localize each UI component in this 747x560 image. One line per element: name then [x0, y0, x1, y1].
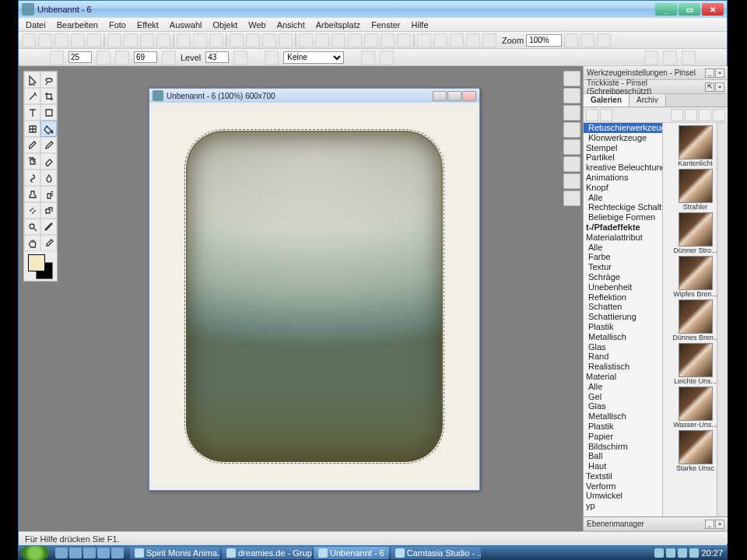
doc-close-button[interactable] [462, 91, 476, 101]
toolbar-btn-1[interactable] [38, 33, 52, 47]
preset-thumb[interactable]: Wasser-Uns... [673, 387, 718, 429]
tool-clone[interactable] [24, 153, 40, 170]
tree-item[interactable]: Plastik [584, 422, 662, 432]
tree-item[interactable]: Alle [584, 382, 662, 392]
canvas[interactable] [154, 107, 475, 485]
stepper3-icon[interactable] [233, 51, 247, 65]
toolbar-btn-4[interactable] [87, 33, 101, 47]
ptb-home-icon[interactable] [586, 109, 598, 121]
panel2-close-button[interactable]: × [715, 82, 724, 92]
tree-item[interactable]: Umwickel [584, 491, 662, 501]
toolbar-btn-12[interactable] [230, 33, 244, 47]
tree-item[interactable]: Textstil [584, 471, 662, 481]
toolbar-zoom-btn-0[interactable] [564, 33, 578, 47]
tree-item[interactable]: Schatten [584, 302, 662, 312]
ptb-menu-icon[interactable] [713, 109, 725, 121]
tree-item[interactable]: Metallisch [584, 411, 662, 422]
ptb-up-icon[interactable] [600, 109, 612, 121]
side-btn-2[interactable] [563, 88, 580, 103]
tree-item[interactable]: Ball [584, 451, 662, 461]
tree-item[interactable]: Materialattribut [584, 233, 662, 243]
tree-item[interactable]: Klonwerkzeuge [584, 133, 662, 143]
side-btn-5[interactable] [563, 139, 580, 155]
layer-min-button[interactable]: _ [705, 520, 714, 529]
task-button[interactable]: Camtasia Studio - ... [391, 547, 481, 559]
preset-thumb[interactable]: Dünner Stro... [673, 212, 718, 254]
tool-bucket[interactable] [40, 121, 57, 137]
tree-item[interactable]: Retuschierwerkzeuge [584, 123, 662, 133]
panel2-pin-button[interactable]: ⇱ [705, 82, 714, 92]
tool-text[interactable] [24, 104, 40, 121]
tree-item[interactable]: Realistisch [584, 362, 662, 372]
toolbar-zoom-btn-2[interactable] [597, 33, 611, 47]
tree-item[interactable]: Glas [584, 342, 662, 352]
tool-erase[interactable] [40, 153, 57, 170]
maximize-button[interactable]: ▭ [679, 3, 700, 16]
preset-thumb[interactable]: Wipfes Bren... [673, 256, 718, 298]
preset-thumb[interactable]: Strahler [673, 169, 718, 211]
tab-galerien[interactable]: Galerien [584, 94, 630, 107]
zoom-input[interactable] [526, 34, 562, 47]
menu-datei[interactable]: Datei [20, 19, 51, 31]
tree-item[interactable]: Papier [584, 432, 662, 442]
tree-item[interactable]: Beliebige Formen [584, 212, 662, 222]
brush-preview-icon[interactable] [265, 51, 279, 65]
toolbar-btn-3[interactable] [71, 33, 85, 47]
toolbar-btn-17[interactable] [315, 33, 329, 47]
ql-icon-3[interactable] [83, 548, 96, 558]
tree-item[interactable]: Alle [584, 243, 662, 253]
task-button[interactable]: dreamies.de - Grup... [222, 547, 312, 559]
toolbar-btn-27[interactable] [482, 33, 496, 47]
tool-pencil[interactable] [40, 137, 57, 153]
menu-foto[interactable]: Foto [103, 19, 132, 31]
tree-item[interactable]: Glas [584, 401, 662, 411]
stepper-icon[interactable] [96, 51, 110, 65]
side-btn-4[interactable] [563, 122, 580, 138]
tree-item[interactable]: Schräge [584, 272, 662, 282]
opt-r3-icon[interactable] [682, 51, 696, 65]
tool-wand[interactable] [24, 88, 40, 104]
tool-lasso[interactable] [40, 72, 57, 88]
opt-r1-icon[interactable] [644, 51, 658, 65]
link-icon[interactable] [115, 51, 129, 65]
menu-objekt[interactable]: Objekt [207, 19, 243, 31]
tree-item[interactable]: Animations [584, 173, 662, 183]
tree-item[interactable]: Alle [584, 193, 662, 203]
tray-icon-1[interactable] [654, 548, 664, 558]
toolbar-btn-0[interactable] [22, 33, 36, 47]
tab-archiv[interactable]: Archiv [630, 94, 666, 107]
tray-icon-3[interactable] [678, 548, 687, 558]
preset-thumb[interactable]: Kantenlicht [673, 125, 718, 167]
tree-item[interactable]: Unebenheit [584, 282, 662, 292]
preset-select[interactable]: Keine [283, 51, 344, 64]
panel-min-button[interactable]: _ [705, 68, 714, 78]
tree-item[interactable]: Haut [584, 461, 662, 471]
foreground-color[interactable] [28, 254, 45, 271]
close-button[interactable]: ✕ [702, 3, 724, 16]
toolbar-btn-13[interactable] [246, 33, 260, 47]
toolbar-btn-11[interactable] [209, 33, 223, 47]
side-btn-6[interactable] [563, 156, 580, 172]
opt-r2-icon[interactable] [663, 51, 677, 65]
opt-a-icon[interactable] [361, 51, 375, 65]
ptb-search-icon[interactable] [699, 109, 711, 121]
size-input[interactable] [68, 51, 92, 63]
clock[interactable]: 20:27 [701, 548, 723, 558]
toolbar-btn-7[interactable] [140, 33, 154, 47]
ql-icon-2[interactable] [69, 548, 82, 558]
tool-zoom[interactable] [24, 219, 40, 235]
tool-eyedrop[interactable] [40, 235, 57, 251]
tool-brush[interactable] [24, 137, 40, 153]
level-input[interactable] [205, 51, 229, 63]
tool-measure[interactable] [40, 219, 57, 235]
toolbar-btn-14[interactable] [262, 33, 276, 47]
toolbar-zoom-btn-1[interactable] [580, 33, 594, 47]
tree-item[interactable]: Textur [584, 262, 662, 272]
tree-item[interactable]: yp [584, 501, 662, 511]
toolbar-btn-24[interactable] [433, 33, 447, 47]
menu-arbeitsplatz[interactable]: Arbeitsplatz [310, 19, 366, 31]
tree-item[interactable]: Schattierung [584, 312, 662, 322]
tree-item[interactable]: Farbe [584, 252, 662, 262]
preset-thumbnails[interactable]: KantenlichtStrahlerDünner Stro...Wipfes … [663, 123, 728, 516]
toolbar-btn-25[interactable] [450, 33, 464, 47]
